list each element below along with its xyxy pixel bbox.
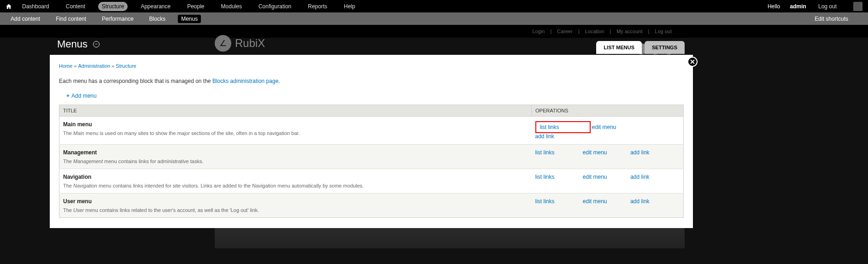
overlay-close-button[interactable] [687, 57, 698, 67]
home-icon[interactable] [6, 3, 12, 10]
edit-menu-link[interactable]: edit menu [583, 198, 629, 205]
page-title: Menus [57, 38, 88, 50]
logout-link[interactable]: Log out [815, 2, 840, 11]
plus-icon: + [66, 93, 70, 99]
overlay-panel: Home»Administration»Structure Each menu … [50, 55, 693, 228]
toolbar-item-people[interactable]: People [183, 2, 208, 11]
blocks-admin-link[interactable]: Blocks administration page [212, 78, 278, 84]
add-menu-link[interactable]: Add menu [71, 93, 97, 99]
toolbar-item-structure[interactable]: Structure [98, 2, 128, 11]
site-topnav-item[interactable]: My account [616, 29, 642, 34]
shortcut-bar: Add contentFind contentPerformanceBlocks… [0, 12, 868, 25]
site-topnav-item[interactable]: Log out [655, 29, 672, 34]
add-link-link[interactable]: add link [630, 149, 676, 156]
toolbar-item-dashboard[interactable]: Dashboard [18, 2, 53, 11]
table-row: User menu The User menu contains links r… [59, 194, 684, 218]
list-links-link[interactable]: list links [535, 198, 581, 205]
menu-description: The Navigation menu contains links inten… [63, 183, 528, 188]
site-topnav-item[interactable]: Career [557, 29, 573, 34]
menus-table: TITLE OPERATIONS Main menu The Main menu… [59, 105, 684, 218]
admin-toolbar: DashboardContentStructureAppearancePeopl… [0, 0, 868, 12]
breadcrumb-item[interactable]: Structure [116, 63, 136, 69]
add-link-link[interactable]: add link [630, 174, 676, 180]
overlay-header: Menus − [57, 38, 100, 50]
close-icon [690, 59, 695, 64]
site-topnav: Login|Career|Location|My account|Log out [0, 25, 868, 38]
menu-description: The User menu contains links related to … [63, 207, 528, 213]
menu-title: Navigation [63, 174, 528, 180]
operations-cell: list links edit menu add link [532, 117, 684, 145]
th-operations: OPERATIONS [532, 105, 684, 117]
hello-user: Hello admin [768, 3, 806, 10]
overlay-tabs: LIST MENUSSETTINGS [593, 41, 685, 54]
edit-menu-link[interactable]: edit menu [583, 174, 629, 180]
site-topnav-item[interactable]: Location [585, 29, 604, 34]
shortcut-item-add-content[interactable]: Add content [7, 15, 43, 23]
breadcrumb-item[interactable]: Administration [78, 63, 110, 69]
operations-cell: list links edit menu add link [532, 194, 684, 218]
table-row: Main menu The Main menu is used on many … [59, 117, 684, 145]
brand-logo-icon: ∠ [215, 35, 231, 52]
toolbar-toggle[interactable] [853, 2, 862, 11]
add-link-link[interactable]: add link [535, 133, 581, 140]
list-links-link[interactable]: list links [540, 124, 586, 130]
breadcrumb: Home»Administration»Structure [59, 63, 684, 69]
menu-title: User menu [63, 198, 528, 205]
menu-description: The Main menu is used on many sites to s… [63, 130, 528, 136]
tab-settings[interactable]: SETTINGS [645, 41, 685, 54]
toolbar-item-configuration[interactable]: Configuration [255, 2, 295, 11]
toolbar-item-reports[interactable]: Reports [304, 2, 331, 11]
shortcut-item-menus[interactable]: Menus [178, 15, 201, 23]
shortcut-item-performance[interactable]: Performance [99, 15, 137, 23]
site-topnav-item[interactable]: Login [532, 29, 545, 34]
intro-text: Each menu has a corresponding block that… [59, 78, 684, 84]
breadcrumb-item[interactable]: Home [59, 63, 72, 69]
menu-title: Main menu [63, 121, 528, 128]
table-row: Navigation The Navigation menu contains … [59, 169, 684, 194]
operations-cell: list links edit menu add link [532, 169, 684, 194]
table-row: Management The Management menu contains … [59, 145, 684, 169]
operations-cell: list links edit menu add link [532, 145, 684, 169]
list-links-link[interactable]: list links [535, 174, 581, 180]
list-links-link[interactable]: list links [535, 149, 581, 156]
add-link-link[interactable]: add link [630, 198, 676, 205]
edit-menu-link[interactable]: edit menu [583, 149, 629, 156]
menu-description: The Management menu contains links for a… [63, 158, 528, 164]
toolbar-item-appearance[interactable]: Appearance [137, 2, 174, 11]
collapse-icon[interactable]: − [93, 41, 100, 47]
shortcut-item-find-content[interactable]: Find content [53, 15, 89, 23]
menu-title: Management [63, 149, 528, 156]
toolbar-item-modules[interactable]: Modules [217, 2, 246, 11]
th-title: TITLE [59, 105, 532, 117]
site-brand: ∠ RubiX [215, 35, 265, 52]
add-menu: +Add menu [66, 93, 684, 99]
edit-menu-link[interactable]: edit menu [592, 124, 638, 130]
tab-list-menus[interactable]: LIST MENUS [596, 41, 642, 54]
edit-shortcuts-link[interactable]: Edit shortcuts [811, 15, 851, 23]
toolbar-item-help[interactable]: Help [340, 2, 359, 11]
toolbar-item-content[interactable]: Content [62, 2, 89, 11]
shortcut-item-blocks[interactable]: Blocks [146, 15, 169, 23]
